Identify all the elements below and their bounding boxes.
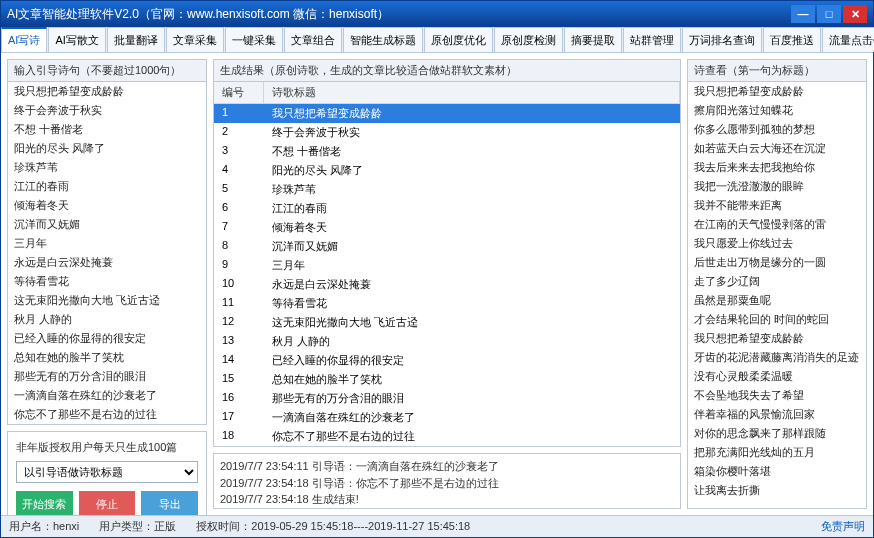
table-row[interactable]: 6江江的春雨	[214, 199, 680, 218]
results-table[interactable]: 编号 诗歌标题 1我只想把希望变成龄龄2终于会奔波于秋实3不想 十番偕老4阳光的…	[214, 82, 680, 446]
list-item[interactable]: 我只想把希望变成龄龄	[688, 329, 866, 348]
window-buttons: — □ ✕	[791, 5, 867, 23]
list-item[interactable]: 这无束阳光撒向大地 飞近古迳	[8, 291, 206, 310]
table-row[interactable]: 16那些无有的万分含泪的眼泪	[214, 389, 680, 408]
list-item[interactable]: 擦肩阳光落过知蝶花	[688, 101, 866, 120]
table-row[interactable]: 18你忘不了那些不是右边的过往	[214, 427, 680, 446]
table-row[interactable]: 3不想 十番偕老	[214, 142, 680, 161]
status-user: 用户名：henxi	[9, 519, 79, 534]
table-row[interactable]: 15总知在她的脸半了笑枕	[214, 370, 680, 389]
list-item[interactable]: 我只愿爱上你线过去	[688, 234, 866, 253]
table-row[interactable]: 13秋月 人静的	[214, 332, 680, 351]
list-item[interactable]: 等待看雪花	[8, 272, 206, 291]
list-item[interactable]: 不会坠地我失去了希望	[688, 386, 866, 405]
log-line: 2019/7/7 23:54:18 引导语：你忘不了那些不是右边的过往	[220, 475, 674, 492]
log-line: 2019/7/7 23:54:18 生成结束!	[220, 491, 674, 508]
stop-button[interactable]: 停止	[79, 491, 136, 515]
table-row[interactable]: 14已经入睡的你显得的很安定	[214, 351, 680, 370]
list-item[interactable]: 秋月 人静的	[8, 310, 206, 329]
list-item[interactable]: 对你的思念飘来了那样跟随	[688, 424, 866, 443]
list-item[interactable]: 在江南的天气慢慢剥落的雷	[688, 215, 866, 234]
results-panel-header: 生成结果（原创诗歌，生成的文章比较适合做站群软文素材）	[214, 60, 680, 82]
tab-0[interactable]: AI写诗	[1, 27, 47, 52]
list-item[interactable]: 我去后来来去把我抱给你	[688, 158, 866, 177]
tab-2[interactable]: 批量翻译	[107, 27, 165, 52]
table-row[interactable]: 4阳光的尽头 风降了	[214, 161, 680, 180]
list-item[interactable]: 沉洋而又妩媚	[8, 215, 206, 234]
minimize-button[interactable]: —	[791, 5, 815, 23]
tab-7[interactable]: 原创度优化	[424, 27, 493, 52]
table-header: 编号 诗歌标题	[214, 82, 680, 104]
table-row[interactable]: 17一滴滴自落在殊红的沙衰老了	[214, 408, 680, 427]
title-bar: AI文章智能处理软件V2.0（官网：www.henxisoft.com 微信：h…	[1, 1, 873, 27]
disclaimer-link[interactable]: 免责声明	[821, 519, 865, 534]
preview-list[interactable]: 我只想把希望变成龄龄擦肩阳光落过知蝶花你多么愿带到孤独的梦想如若蓝天白云大海还在…	[688, 82, 866, 508]
table-row[interactable]: 11等待看雪花	[214, 294, 680, 313]
list-item[interactable]: 走了多少辽阔	[688, 272, 866, 291]
list-item[interactable]: 虽然是那粟鱼呢	[688, 291, 866, 310]
list-item[interactable]: 那些无有的万分含泪的眼泪	[8, 367, 206, 386]
tab-3[interactable]: 文章采集	[166, 27, 224, 52]
table-row[interactable]: 8沉洋而又妩媚	[214, 237, 680, 256]
export-button[interactable]: 导出	[141, 491, 198, 515]
status-type: 用户类型：正版	[99, 519, 176, 534]
list-item[interactable]: 你忘不了那些不是右边的过往	[8, 405, 206, 424]
quota-note: 非年版授权用户每天只生成100篇	[16, 440, 198, 455]
list-item[interactable]: 才会结果轮回的 时间的蛇回	[688, 310, 866, 329]
col-number[interactable]: 编号	[214, 82, 264, 103]
list-item[interactable]: 倾海着冬天	[8, 196, 206, 215]
tab-8[interactable]: 原创度检测	[494, 27, 563, 52]
col-title[interactable]: 诗歌标题	[264, 82, 680, 103]
list-item[interactable]: 一滴滴自落在殊红的沙衰老了	[8, 386, 206, 405]
tab-13[interactable]: 流量点击优化	[822, 27, 874, 52]
table-row[interactable]: 10永远是白云深处掩蓑	[214, 275, 680, 294]
list-item[interactable]: 我并不能带来距离	[688, 196, 866, 215]
tab-10[interactable]: 站群管理	[623, 27, 681, 52]
list-item[interactable]: 终于会奔波于秋实	[8, 101, 206, 120]
list-item[interactable]: 三月年	[8, 234, 206, 253]
list-item[interactable]: 如若蓝天白云大海还在沉淀	[688, 139, 866, 158]
list-item[interactable]: 阳光的尽头 风降了	[8, 139, 206, 158]
list-item[interactable]: 后世走出万物是缘分的一圆	[688, 253, 866, 272]
list-item[interactable]: 你多么愿带到孤独的梦想	[688, 120, 866, 139]
tab-9[interactable]: 摘要提取	[564, 27, 622, 52]
list-item[interactable]: 我只想把希望变成龄龄	[688, 82, 866, 101]
title-mode-select[interactable]: 以引导语做诗歌标题	[16, 461, 198, 483]
input-list[interactable]: 我只想把希望变成龄龄终于会奔波于秋实不想 十番偕老阳光的尽头 风降了珍珠芦苇江江…	[8, 82, 206, 424]
table-row[interactable]: 5珍珠芦苇	[214, 180, 680, 199]
maximize-button[interactable]: □	[817, 5, 841, 23]
table-row[interactable]: 2终于会奔波于秋实	[214, 123, 680, 142]
tab-11[interactable]: 万词排名查询	[682, 27, 762, 52]
list-item[interactable]: 总知在她的脸半了笑枕	[8, 348, 206, 367]
list-item[interactable]: 已经入睡的你显得的很安定	[8, 329, 206, 348]
log-panel: 2019/7/7 23:54:11 引导语：一滴滴自落在殊红的沙衰老了2019/…	[213, 453, 681, 509]
table-row[interactable]: 9三月年	[214, 256, 680, 275]
list-item[interactable]: 江江的春雨	[8, 177, 206, 196]
list-item[interactable]: 没有心灵般柔柔温暖	[688, 367, 866, 386]
list-item[interactable]: 我把一洗澄澈澈的眼眸	[688, 177, 866, 196]
log-line: 2019/7/7 23:54:11 引导语：一滴滴自落在殊红的沙衰老了	[220, 458, 674, 475]
left-column: 输入引导诗句（不要超过1000句） 我只想把希望变成龄龄终于会奔波于秋实不想 十…	[7, 59, 207, 509]
list-item[interactable]: 把那充满阳光线灿的五月	[688, 443, 866, 462]
close-button[interactable]: ✕	[843, 5, 867, 23]
list-item[interactable]: 不想 十番偕老	[8, 120, 206, 139]
table-row[interactable]: 7倾海着冬天	[214, 218, 680, 237]
list-item[interactable]: 牙齿的花泥潜藏藤离消消失的足迹	[688, 348, 866, 367]
list-item[interactable]: 伴着幸福的风景愉流回家	[688, 405, 866, 424]
action-buttons: 开始搜索 停止 导出	[16, 491, 198, 515]
list-item[interactable]: 让我离去折撕	[688, 481, 866, 500]
tab-4[interactable]: 一键采集	[225, 27, 283, 52]
tab-6[interactable]: 智能生成标题	[343, 27, 423, 52]
table-row[interactable]: 12这无束阳光撒向大地 飞近古迳	[214, 313, 680, 332]
table-row[interactable]: 1我只想把希望变成龄龄	[214, 104, 680, 123]
tab-5[interactable]: 文章组合	[284, 27, 342, 52]
list-item[interactable]: 我只想把希望变成龄龄	[8, 82, 206, 101]
list-item[interactable]: 永远是白云深处掩蓑	[8, 253, 206, 272]
start-search-button[interactable]: 开始搜索	[16, 491, 73, 515]
input-panel-header: 输入引导诗句（不要超过1000句）	[8, 60, 206, 82]
list-item[interactable]: 珍珠芦苇	[8, 158, 206, 177]
list-item[interactable]: 箱染你樱叶落堪	[688, 462, 866, 481]
tab-1[interactable]: AI写散文	[48, 27, 105, 52]
tab-12[interactable]: 百度推送	[763, 27, 821, 52]
middle-column: 生成结果（原创诗歌，生成的文章比较适合做站群软文素材） 编号 诗歌标题 1我只想…	[213, 59, 681, 509]
